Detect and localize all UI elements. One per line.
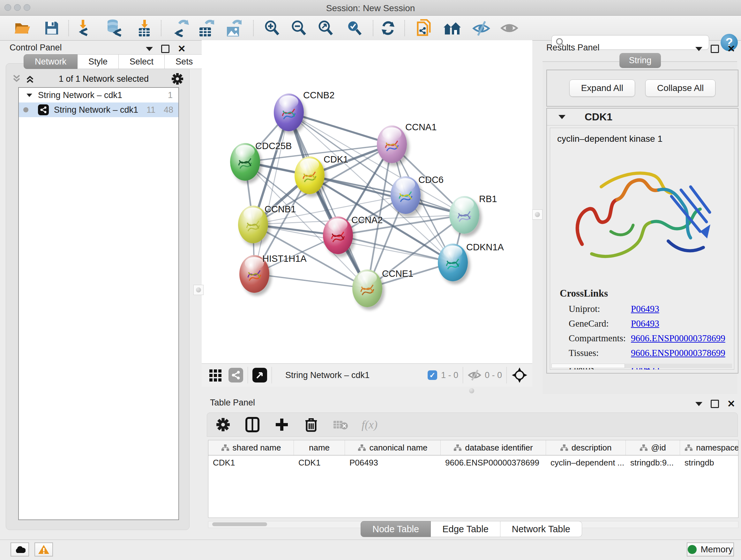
share-session-icon[interactable] <box>415 19 433 37</box>
import-network-icon[interactable] <box>75 19 93 37</box>
network-node-CDKN1A[interactable] <box>438 244 468 281</box>
float-panel-icon[interactable] <box>711 400 719 408</box>
column-header-namespace[interactable]: namespace <box>680 440 738 455</box>
network-collection-row[interactable]: String Network – cdk1 1 <box>19 88 179 103</box>
column-header-description[interactable]: description <box>546 440 626 455</box>
zoom-fit-icon[interactable] <box>317 19 334 37</box>
column-header--id[interactable]: @id <box>626 440 680 455</box>
close-panel-icon[interactable]: ✕ <box>727 46 735 52</box>
results-horizontal-scrollbar[interactable] <box>551 364 732 368</box>
network-node-CCNB2[interactable] <box>274 94 304 131</box>
export-table-icon[interactable] <box>197 19 215 37</box>
edge-count: 48 <box>164 105 173 115</box>
results-panel: Results Panel ✕ String Expand All Collap… <box>539 40 741 396</box>
tab-style[interactable]: Style <box>77 54 119 69</box>
crosslink-link[interactable]: P06493 <box>631 304 659 318</box>
network-node-CDC6[interactable] <box>391 176 421 214</box>
tab-select[interactable]: Select <box>119 54 165 69</box>
export-network-icon[interactable] <box>172 19 190 37</box>
network-share-view-icon[interactable] <box>228 368 243 382</box>
network-node-CDK1[interactable] <box>294 157 325 194</box>
collection-label: String Network – cdk1 <box>38 90 168 100</box>
float-panel-icon[interactable] <box>161 45 170 53</box>
float-panel-icon[interactable] <box>711 45 719 53</box>
horizontal-splitter-handle[interactable] <box>469 388 474 393</box>
warnings-button[interactable] <box>35 543 53 557</box>
collection-count: 1 <box>168 90 173 100</box>
crosslink-link[interactable]: 9606.ENSP00000378699 <box>631 348 725 362</box>
open-session-icon[interactable] <box>13 19 31 37</box>
network-browser: 1 of 1 Network selected String Network –… <box>6 63 190 530</box>
network-node-CCNE1[interactable] <box>352 269 382 307</box>
hidden-eye-slash-icon <box>468 369 482 381</box>
grid-view-icon[interactable] <box>209 368 223 382</box>
tab-node-table[interactable]: Node Table <box>360 521 431 537</box>
home-icon[interactable] <box>443 19 461 37</box>
node-label-CCNA1: CCNA1 <box>405 122 436 132</box>
panel-menu-icon[interactable] <box>146 47 153 51</box>
gear-icon[interactable] <box>172 73 184 85</box>
delete-column-trash-icon[interactable] <box>303 416 320 433</box>
left-splitter-handle[interactable] <box>193 285 204 295</box>
node-count: 11 <box>146 105 155 115</box>
gene-disclosure-icon[interactable] <box>558 115 565 119</box>
show-eye-icon[interactable] <box>500 19 518 37</box>
expand-all-button[interactable]: Expand All <box>569 79 635 97</box>
expand-all-icon[interactable] <box>25 74 36 84</box>
gene-section-header[interactable]: CDK1 <box>547 109 738 125</box>
collapse-all-button[interactable]: Collapse All <box>645 79 716 97</box>
tab-sets[interactable]: Sets <box>165 54 204 69</box>
panel-menu-icon[interactable] <box>695 402 702 406</box>
panel-menu-icon[interactable] <box>695 47 702 51</box>
export-image-icon[interactable] <box>225 19 243 37</box>
selected-checkbox-icon[interactable]: ✓ <box>428 370 437 380</box>
memory-label: Memory <box>700 544 733 555</box>
tab-network-table[interactable]: Network Table <box>500 521 582 537</box>
table-row[interactable]: CDK1CDK1P064939606.ENSP00000378699cyclin… <box>208 455 738 470</box>
crosslinks-section: CrossLinks Uniprot:P06493GeneCard:P06493… <box>560 288 725 370</box>
cloud-button[interactable] <box>10 543 29 557</box>
save-session-icon[interactable] <box>43 19 61 37</box>
fit-selected-target-icon[interactable] <box>511 367 528 383</box>
column-header-name[interactable]: name <box>294 440 345 455</box>
column-header-database-identifier[interactable]: database identifier <box>441 440 546 455</box>
import-table-icon[interactable] <box>135 19 153 37</box>
collapse-all-icon[interactable] <box>12 74 23 84</box>
zoom-in-icon[interactable] <box>263 19 281 37</box>
table-panel-title: Table Panel <box>210 398 255 408</box>
tab-edge-table[interactable]: Edge Table <box>431 521 500 537</box>
tab-string[interactable]: String <box>619 53 661 68</box>
window-title: Session: New Session <box>0 3 741 13</box>
network-canvas[interactable]: CCNB2CCNA1CDC25BCDK1CDC6RB1CCNB1CCNA2CDK… <box>202 40 532 363</box>
zoom-selected-icon[interactable] <box>345 19 363 37</box>
show-columns-icon[interactable] <box>244 416 261 433</box>
table-panel: Table Panel ✕ f( <box>202 396 741 540</box>
network-row-selected[interactable]: String Network – cdk1 11 48 <box>19 103 179 117</box>
crosslink-link[interactable]: P06493 <box>631 318 659 333</box>
toolbar-separator <box>373 20 374 36</box>
toolbar-separator <box>68 20 69 36</box>
collection-disclosure-icon[interactable] <box>26 94 32 97</box>
birds-eye-view-icon[interactable] <box>253 368 267 382</box>
table-settings-gear-icon[interactable] <box>215 416 231 433</box>
crosslink-row: Tissues:9606.ENSP00000378699 <box>560 348 725 362</box>
close-panel-icon[interactable]: ✕ <box>727 401 735 407</box>
network-node-CCNA2[interactable] <box>323 216 353 254</box>
column-header-canonical-name[interactable]: canonical name <box>345 440 441 455</box>
zoom-out-icon[interactable] <box>290 19 308 37</box>
crosslink-label: Tissues: <box>560 348 631 362</box>
crosslink-row: Uniprot:P06493 <box>560 304 725 318</box>
network-node-RB1[interactable] <box>449 196 479 234</box>
import-network-database-icon[interactable] <box>105 19 123 37</box>
create-column-plus-icon[interactable] <box>273 416 290 433</box>
close-panel-icon[interactable]: ✕ <box>178 46 186 52</box>
memory-button[interactable]: Memory <box>687 543 734 557</box>
network-node-CCNA1[interactable] <box>377 125 407 163</box>
tab-network[interactable]: Network <box>23 54 77 69</box>
refresh-icon[interactable] <box>379 19 397 37</box>
hidden-counts: 0 - 0 <box>485 370 502 380</box>
network-node-CCNB1[interactable] <box>238 206 268 243</box>
hide-eye-icon[interactable] <box>472 19 490 37</box>
crosslink-link[interactable]: 9606.ENSP00000378699 <box>631 333 725 348</box>
column-header-shared-name[interactable]: shared name <box>208 440 294 455</box>
